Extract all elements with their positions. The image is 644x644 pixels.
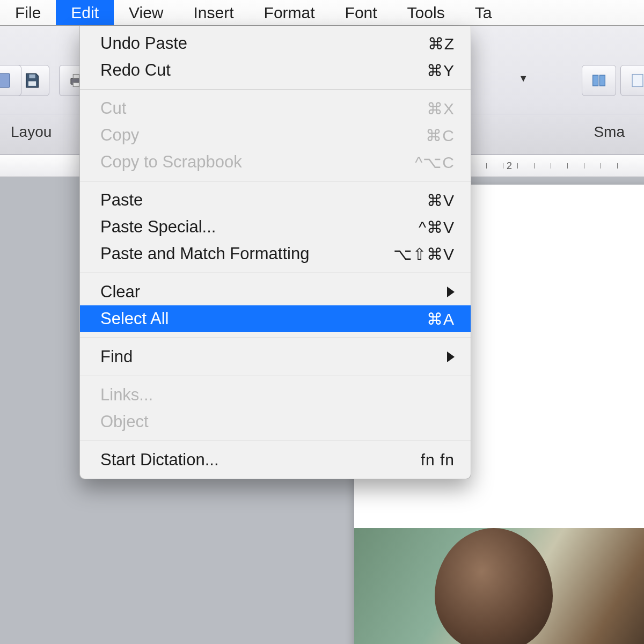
menu-item-undo[interactable]: Undo Paste ⌘Z — [80, 30, 471, 57]
toolbar-dropdown-arrow-icon[interactable]: ▼ — [518, 73, 528, 84]
menu-item-label: Copy — [100, 126, 139, 145]
edit-menu-dropdown: Undo Paste ⌘Z Redo Cut ⌘Y Cut ⌘X Copy ⌘C… — [79, 26, 471, 479]
menu-item-select-all[interactable]: Select All ⌘A — [80, 305, 471, 332]
menu-separator — [80, 181, 471, 181]
menu-item-label: Paste Special... — [100, 217, 216, 237]
menu-item-start-dictation[interactable]: Start Dictation... fn fn — [80, 447, 471, 473]
menu-font[interactable]: Font — [330, 0, 392, 25]
menu-item-shortcut: ^⌘V — [419, 218, 455, 237]
menu-edit[interactable]: Edit — [56, 0, 114, 25]
menu-format[interactable]: Format — [249, 0, 330, 25]
menu-item-label: Copy to Scrapbook — [100, 152, 242, 172]
menu-item-label: Paste — [100, 191, 143, 210]
menu-item-shortcut: ⌘C — [426, 126, 455, 145]
menu-tools[interactable]: Tools — [392, 0, 460, 25]
menu-item-find[interactable]: Find — [80, 343, 471, 370]
menu-item-redo[interactable]: Redo Cut ⌘Y — [80, 57, 471, 84]
menu-item-object: Object — [80, 408, 471, 435]
menu-item-paste[interactable]: Paste ⌘V — [80, 187, 471, 214]
menu-item-shortcut: ⌥⇧⌘V — [393, 245, 455, 264]
svg-rect-7 — [599, 75, 605, 86]
menu-item-shortcut: ⌘X — [427, 99, 455, 118]
menu-separator — [80, 338, 471, 338]
floppy-disk-icon — [23, 71, 41, 90]
toolbar-right-group — [582, 60, 644, 101]
columns-button[interactable] — [582, 65, 616, 96]
menu-item-copy-scrapbook: Copy to Scrapbook ^⌥C — [80, 149, 471, 175]
svg-rect-2 — [29, 75, 35, 78]
svg-rect-8 — [632, 75, 643, 87]
menu-item-label: Object — [100, 412, 149, 431]
menu-item-label: Find — [100, 347, 133, 367]
submenu-arrow-icon — [447, 352, 455, 362]
menu-item-shortcut: fn fn — [421, 451, 455, 469]
tab-layout-partial[interactable]: Layou — [11, 123, 52, 141]
menu-separator — [80, 441, 471, 441]
menu-table-partial[interactable]: Ta — [460, 0, 507, 25]
doc-image — [354, 528, 644, 644]
menu-item-label: Select All — [100, 309, 169, 328]
menu-item-shortcut: ⌘Z — [428, 34, 455, 53]
svg-rect-6 — [593, 75, 598, 86]
submenu-arrow-icon — [447, 287, 455, 297]
menu-item-cut: Cut ⌘X — [80, 95, 471, 122]
menu-item-copy: Copy ⌘C — [80, 122, 471, 149]
menu-item-shortcut: ⌘Y — [427, 61, 455, 80]
menu-item-shortcut: ⌘V — [427, 191, 455, 210]
columns-icon — [590, 71, 608, 90]
menu-separator — [80, 89, 471, 90]
menu-item-label: Clear — [100, 282, 140, 302]
menubar: File Edit View Insert Format Font Tools … — [0, 0, 644, 26]
menu-item-clear[interactable]: Clear — [80, 279, 471, 305]
tab-smartart-partial[interactable]: Sma — [594, 123, 625, 141]
menu-item-paste-special[interactable]: Paste Special... ^⌘V — [80, 214, 471, 240]
svg-rect-1 — [28, 81, 36, 86]
page-icon — [628, 71, 644, 90]
menu-separator — [80, 273, 471, 273]
menu-item-label: Undo Paste — [100, 34, 187, 53]
menu-item-paste-match[interactable]: Paste and Match Formatting ⌥⇧⌘V — [80, 240, 471, 267]
document-icon — [0, 71, 13, 90]
svg-rect-5 — [73, 83, 79, 86]
ruler-number: 2 — [507, 160, 512, 172]
menu-file[interactable]: File — [0, 0, 56, 25]
menu-item-shortcut: ⌘A — [427, 310, 455, 328]
ruler-ticks: 2 — [451, 155, 644, 177]
menu-insert[interactable]: Insert — [179, 0, 249, 25]
toolbar-button-partial-right[interactable] — [620, 65, 644, 96]
menu-item-label: Links... — [100, 385, 153, 405]
menu-item-label: Paste and Match Formatting — [100, 244, 309, 264]
doc-image-person — [435, 528, 553, 644]
menu-item-links: Links... — [80, 382, 471, 408]
svg-rect-4 — [73, 75, 79, 78]
menu-item-label: Start Dictation... — [100, 450, 219, 470]
menu-view[interactable]: View — [114, 0, 178, 25]
menu-item-label: Redo Cut — [100, 61, 171, 80]
menu-separator — [80, 376, 471, 376]
toolbar-button-partial-left[interactable] — [0, 65, 21, 96]
svg-rect-0 — [0, 74, 10, 87]
menu-item-shortcut: ^⌥C — [415, 153, 455, 172]
menu-item-label: Cut — [100, 99, 126, 118]
